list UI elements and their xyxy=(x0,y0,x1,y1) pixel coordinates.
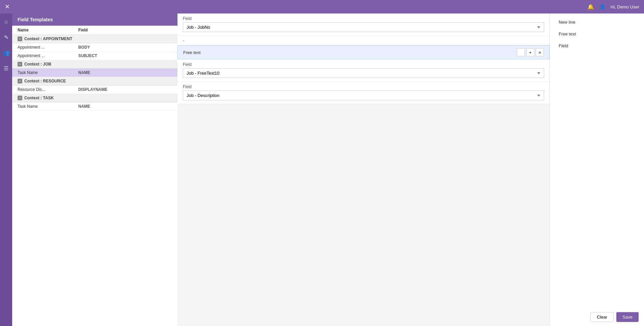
right-panel-actions: Clear Save xyxy=(555,312,639,322)
list-item[interactable]: Appointment ... BODY xyxy=(12,43,177,52)
free-text-section: Free text + × xyxy=(177,45,550,59)
field-select-row-1: Job - JobNo xyxy=(177,22,550,35)
left-panel-title: Field Templates xyxy=(12,14,177,26)
context-resource: ▪ Context : RESOURCE xyxy=(12,77,177,85)
context-job-label: Context : JOB xyxy=(24,62,51,67)
close-icon[interactable]: ✕ xyxy=(5,3,10,10)
free-text-empty-btn[interactable] xyxy=(517,48,525,56)
field-select-row-3: Job - Description xyxy=(177,91,550,104)
free-text-close-btn[interactable]: × xyxy=(536,48,544,56)
context-appointment-icon: ▪ xyxy=(18,36,22,41)
right-panel: New line Free text Field Clear Save xyxy=(550,14,644,326)
field-section-2: Field Job - FreeText10 xyxy=(177,59,550,82)
free-text-label: Free text xyxy=(183,50,200,55)
row-name: Resource Dis... xyxy=(18,87,78,92)
list-item[interactable]: Task Name NAME xyxy=(12,102,177,111)
topbar: ✕ 🔔 👤 Hi, Demo User xyxy=(0,0,644,14)
row-field: DISPLAYNAME xyxy=(78,87,172,92)
separator-value: - xyxy=(183,38,184,43)
field-section-1: Field Job - JobNo xyxy=(177,14,550,36)
context-appointment-label: Context : APPOINTMENT xyxy=(24,36,72,41)
col-field-header: Field xyxy=(78,28,172,32)
field-select-row-2: Job - FreeText10 xyxy=(177,68,550,81)
clear-button[interactable]: Clear xyxy=(590,312,614,322)
field-label-2: Field xyxy=(177,59,550,68)
context-resource-label: Context : RESOURCE xyxy=(24,79,66,83)
right-panel-field[interactable]: Field xyxy=(555,41,639,50)
left-panel: Field Templates Name Field ▪ Context : A… xyxy=(12,14,177,326)
free-text-actions: + × xyxy=(517,48,544,56)
main-layout: ⌂ ✎ 👥 ☰ Field Templates Name Field ▪ Con… xyxy=(0,14,644,326)
context-task-label: Context : TASK xyxy=(24,96,54,100)
context-task: ▪ Context : TASK xyxy=(12,94,177,102)
context-job-icon: ▪ xyxy=(18,62,22,67)
bell-icon[interactable]: 🔔 xyxy=(587,4,594,10)
col-name-header: Name xyxy=(18,28,78,32)
save-button[interactable]: Save xyxy=(616,312,639,322)
context-resource-icon: ▪ xyxy=(18,79,22,83)
right-panel-free-text[interactable]: Free text xyxy=(555,29,639,39)
user-icon: 👤 xyxy=(599,4,605,9)
context-job: ▪ Context : JOB xyxy=(12,60,177,69)
list-item-selected[interactable]: Task Name NAME xyxy=(12,69,177,77)
list-item[interactable]: Resource Dis... DISPLAYNAME xyxy=(12,85,177,94)
topbar-left: ✕ xyxy=(5,3,10,10)
column-headers: Name Field xyxy=(12,26,177,35)
row-name: Task Name xyxy=(18,104,78,109)
context-task-icon: ▪ xyxy=(18,96,22,100)
row-field: BODY xyxy=(78,45,172,50)
field-select-1[interactable]: Job - JobNo xyxy=(183,22,544,32)
sidebar: ⌂ ✎ 👥 ☰ xyxy=(0,14,12,326)
row-name: Task Name xyxy=(18,70,78,75)
topbar-right: 🔔 👤 Hi, Demo User xyxy=(587,4,639,10)
field-section-3: Field Job - Description xyxy=(177,82,550,104)
right-panel-new-line[interactable]: New line xyxy=(555,18,639,27)
field-label-3: Field xyxy=(177,82,550,91)
row-field: SUBJECT xyxy=(78,53,172,58)
separator-row: - xyxy=(177,36,550,45)
row-field: NAME xyxy=(78,70,172,75)
sidebar-home-icon[interactable]: ⌂ xyxy=(1,17,11,26)
field-templates-list: ▪ Context : APPOINTMENT Appointment ... … xyxy=(12,35,177,326)
field-label-1: Field xyxy=(177,14,550,22)
free-text-add-btn[interactable]: + xyxy=(526,48,534,56)
sidebar-edit-icon[interactable]: ✎ xyxy=(1,32,11,42)
row-field: NAME xyxy=(78,104,172,109)
free-text-header: Free text + × xyxy=(178,46,549,59)
sidebar-users-icon[interactable]: 👥 xyxy=(1,48,11,57)
row-name: Appointment ... xyxy=(18,53,78,58)
sidebar-menu-icon[interactable]: ☰ xyxy=(1,64,11,73)
field-select-3[interactable]: Job - Description xyxy=(183,91,544,100)
user-label: Hi, Demo User xyxy=(611,4,639,9)
context-appointment: ▪ Context : APPOINTMENT xyxy=(12,35,177,43)
center-panel: Field Job - JobNo - Free text + × xyxy=(177,14,550,326)
list-item[interactable]: Appointment ... SUBJECT xyxy=(12,52,177,60)
row-name: Appointment ... xyxy=(18,45,78,50)
field-select-2[interactable]: Job - FreeText10 xyxy=(183,68,544,78)
